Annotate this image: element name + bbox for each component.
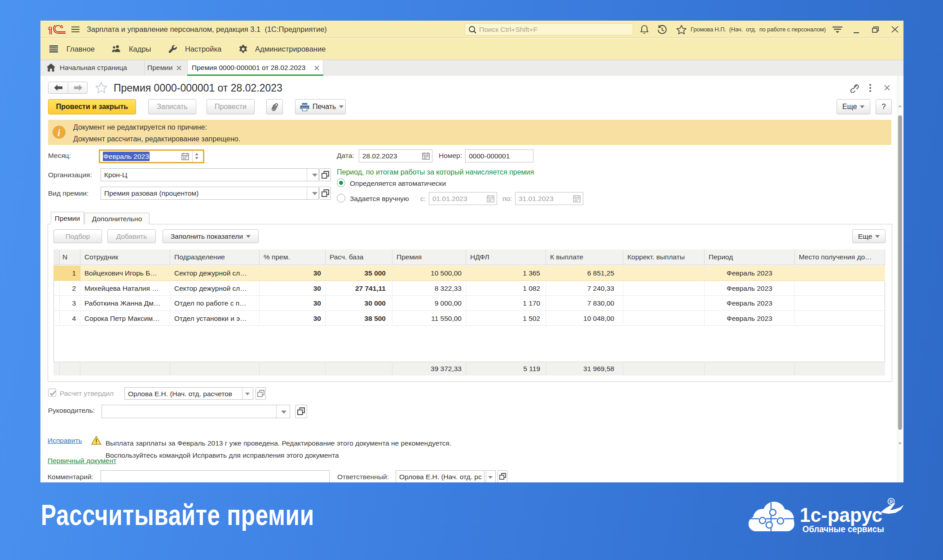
- svg-text:R: R: [890, 499, 893, 504]
- svg-text:Облачные сервисы: Облачные сервисы: [802, 524, 884, 534]
- svg-text:1с-рарус: 1с-рарус: [800, 503, 882, 526]
